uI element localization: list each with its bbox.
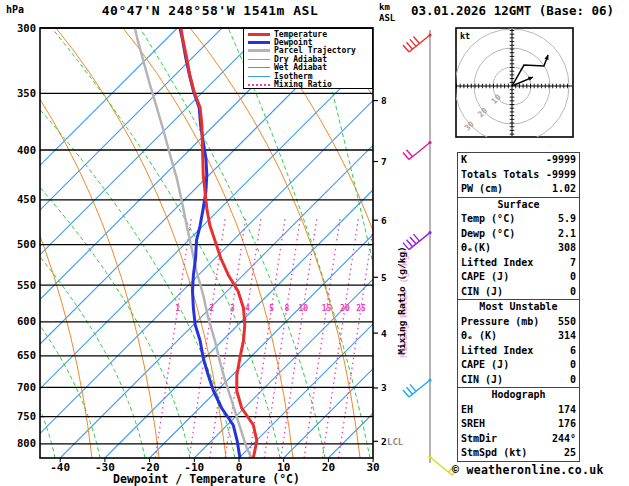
table-row: Lifted Index7 [458,256,579,271]
sounding-screenshot: 1234581015202530035040045050055060065070… [0,0,629,486]
svg-text:20: 20 [322,461,335,474]
legend-line-sample [248,41,270,44]
svg-text:20: 20 [340,304,350,313]
svg-text:500: 500 [17,238,36,250]
table-section-header: Most Unstable [458,300,579,315]
table-row-value: 5.9 [558,212,576,227]
svg-text:6: 6 [381,215,387,226]
svg-text:-40: -40 [50,461,70,474]
legend-line-sample [248,33,270,36]
svg-text:700: 700 [17,381,36,393]
table-row: Dewp (°C)2.1 [458,227,579,242]
svg-text:25: 25 [356,304,366,313]
table-row-value: 0 [570,373,576,388]
table-row-label: Totals Totals [461,168,539,183]
table-row-value: 1.02 [552,182,576,197]
table-row-label: K [461,153,467,168]
svg-text:300: 300 [17,22,36,34]
table-section: Most UnstablePressure (mb)550θₑ (K)314Li… [458,299,579,387]
table-row-value: 308 [558,241,576,256]
altitude-axis-unit: kmASL [379,2,395,24]
svg-text:4: 4 [381,328,387,339]
table-row-label: Temp (°C) [461,212,515,227]
mixing-ratio-labels: 12345810152025 [175,304,366,313]
table-row-label: PW (cm) [461,182,503,197]
pressure-axis-unit: hPa [6,4,24,15]
table-section: HodographEH174SREH176StmDir244°StmSpd (k… [458,387,579,461]
table-row: CIN (J)0 [458,373,579,388]
table-row: CIN (J)0 [458,285,579,300]
table-row-value: -9999 [546,168,576,183]
legend-line-sample [248,76,270,77]
mixing-ratio-axis-label: Mixing Ratio (g/kg) [396,206,409,396]
lcl-label: LCL [387,437,404,447]
wind-barb-column [403,30,458,475]
svg-text:8: 8 [381,95,387,106]
table-row-label: CAPE (J) [461,358,509,373]
svg-text:600: 600 [17,315,36,327]
table-section-header: Hodograph [458,388,579,403]
svg-text:750: 750 [17,410,36,422]
legend-item: Mixing Ratio [248,80,372,88]
table-row: Totals Totals-9999 [458,168,579,183]
table-row: StmSpd (kt)25 [458,446,579,461]
svg-text:10: 10 [299,304,309,313]
svg-text:3: 3 [381,382,387,393]
svg-text:5: 5 [381,272,387,283]
svg-text:3: 3 [230,304,235,313]
table-row-value: 25 [564,446,576,461]
x-axis-title: Dewpoint / Temperature (°C) [113,472,300,486]
temperature-axis: -40-30-20-100102030Dewpoint / Temperatur… [50,458,379,486]
table-row-value: 0 [570,358,576,373]
table-row-value: 2.1 [558,227,576,242]
svg-text:2: 2 [209,304,214,313]
pressure-tick-labels: 300350400450500550600650700750800 [17,22,36,450]
table-section: K-9999Totals Totals-9999PW (cm)1.02 [458,153,579,197]
table-row: EH174 [458,403,579,418]
table-row-value: 550 [558,315,576,330]
table-row: Temp (°C)5.9 [458,212,579,227]
svg-text:400: 400 [17,144,36,156]
legend-line-sample [248,59,270,60]
table-row-label: StmSpd (kt) [461,446,527,461]
legend: TemperatureDewpointParcel TrajectoryDry … [243,28,373,89]
table-row-label: Lifted Index [461,256,533,271]
table-row-label: CIN (J) [461,373,503,388]
svg-text:550: 550 [17,279,36,291]
svg-text:7: 7 [381,156,387,167]
sounding-curves [135,28,257,458]
table-row: CAPE (J)0 [458,358,579,373]
table-row-label: SREH [461,417,485,432]
table-row-value: 0 [570,270,576,285]
svg-text:8: 8 [284,304,289,313]
svg-text:15: 15 [322,304,332,313]
legend-label: Mixing Ratio [274,80,332,89]
table-row: SREH176 [458,417,579,432]
svg-text:350: 350 [17,87,36,99]
table-row-label: θₑ(K) [461,241,491,256]
table-row-label: CIN (J) [461,285,503,300]
svg-text:1: 1 [175,304,180,313]
table-row: θₑ(K)308 [458,241,579,256]
svg-text:5: 5 [269,304,274,313]
table-row-value: 244° [552,432,576,447]
table-row: θₑ (K)314 [458,329,579,344]
svg-text:450: 450 [17,193,36,205]
table-row-label: Pressure (mb) [461,315,539,330]
table-row: Lifted Index6 [458,344,579,359]
table-row-label: StmDir [461,432,497,447]
indices-table: K-9999Totals Totals-9999PW (cm)1.02Surfa… [457,152,580,462]
datetime-label: 03.01.2026 12GMT (Base: 06) [398,3,627,18]
hodograph-unit-label: kt [460,31,470,41]
pressure-gridlines [40,28,373,444]
table-row-value: 0 [570,285,576,300]
table-row-label: Lifted Index [461,344,533,359]
table-row: Pressure (mb)550 [458,315,579,330]
legend-line-sample [248,49,270,52]
table-row: StmDir244° [458,432,579,447]
table-row-label: EH [461,403,473,418]
table-row: CAPE (J)0 [458,270,579,285]
legend-line-sample [248,67,270,68]
table-row: K-9999 [458,153,579,168]
svg-text:2: 2 [381,436,387,447]
